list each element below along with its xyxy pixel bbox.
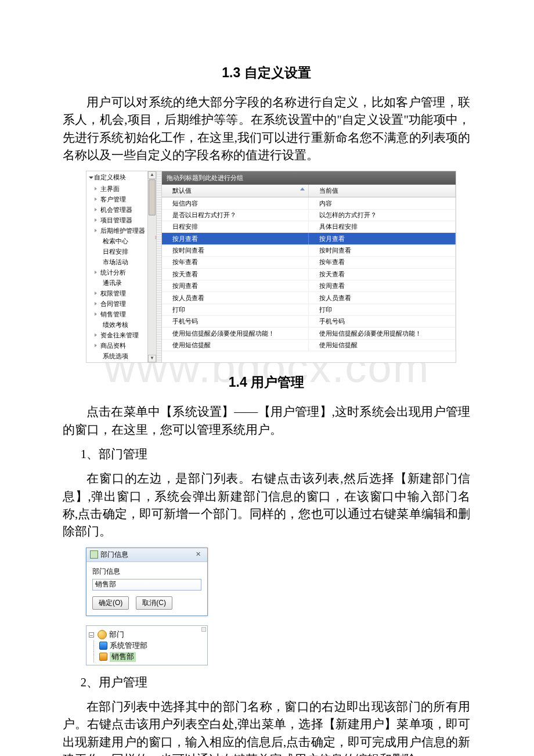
tree-node-sys[interactable]: 系统管理部 [89, 640, 205, 651]
tree-item[interactable]: 检索中心 [86, 236, 156, 246]
module-tree[interactable]: 自定义模块 主界面客户管理机会管理器项目管理器后期维护管理器检索中心日程安排市场… [86, 171, 157, 362]
grid-group-bar[interactable]: 拖动列标题到此处进行分组 [162, 171, 456, 185]
tree-item[interactable]: 日程安排 [86, 246, 156, 257]
tree-item[interactable]: 资金往来管理 [86, 330, 156, 340]
column-default-value[interactable]: 默认值 [162, 185, 309, 197]
cell-default: 是否以日程方式打开？ [162, 210, 309, 221]
cell-current: 具体日程安排 [309, 221, 456, 232]
para-1-4a: 点击在菜单中【系统设置】——【用户管理】,这时系统会出现用户管理的窗口，在这里，… [63, 403, 470, 438]
tree-item[interactable]: 绩效考核 [86, 319, 156, 330]
column-header-label: 默认值 [172, 187, 192, 194]
tree-item[interactable]: 合同管理 [86, 298, 156, 309]
dept-dialog-figure: 部门信息 ✕ 部门信息 确定(O) 取消(C) – 部门 [86, 548, 208, 665]
table-row[interactable]: 按周查看按周查看 [162, 280, 456, 292]
table-row[interactable]: 按人员查看按人员查看 [162, 292, 456, 304]
tree-item[interactable]: 客户管理 [86, 194, 156, 204]
table-row[interactable]: 使用短信提醒必须要使用提醒功能！使用短信提醒必须要使用提醒功能！ [162, 327, 456, 339]
fields-grid: 拖动列标题到此处进行分组 默认值 当前值 短信内容内容是否以日程方式打开？以怎样… [162, 171, 456, 362]
cell-current: 打印 [309, 304, 456, 315]
custom-module-panel: 自定义模块 主界面客户管理机会管理器项目管理器后期维护管理器检索中心日程安排市场… [86, 171, 456, 363]
cell-default: I按月查看 [162, 233, 309, 244]
tree-root-text: 部门 [109, 630, 124, 640]
cell-current: 内容 [309, 197, 456, 208]
table-row[interactable]: 日程安排具体日程安排 [162, 221, 456, 233]
column-current-value[interactable]: 当前值 [309, 185, 456, 197]
heading-1-4: 1.4 用户管理 [63, 373, 470, 391]
cell-default: 短信内容 [162, 197, 309, 208]
para-user-mgmt: 在部门列表中选择其中的部门名称，窗口的右边即出现该部门的所有用户。右键点击该用户… [63, 698, 470, 756]
tree-root-node[interactable]: – 部门 [89, 629, 205, 640]
tree-item[interactable]: 统计分析 [86, 267, 156, 278]
dept-name-input[interactable] [92, 579, 201, 591]
collapse-icon[interactable]: – [89, 632, 94, 638]
tree-item[interactable]: 项目管理器 [86, 215, 156, 225]
dialog-title-text: 部门信息 [100, 550, 128, 560]
dialog-titlebar[interactable]: 部门信息 ✕ [86, 548, 207, 562]
table-row[interactable]: 短信内容内容 [162, 197, 456, 209]
cell-default: 按周查看 [162, 280, 309, 291]
tree-item[interactable]: 权限管理 [86, 288, 156, 298]
grid-header-row: 默认值 当前值 [162, 185, 456, 197]
cell-current: 按人员查看 [309, 292, 456, 303]
table-row[interactable]: 按时间查看按时间查看 [162, 245, 456, 257]
cell-default: 使用短信提醒必须要使用提醒功能！ [162, 327, 309, 339]
dept-dialog: 部门信息 ✕ 部门信息 确定(O) 取消(C) [86, 548, 208, 616]
page: 1.3 自定义设置 用户可以对系统的绝大部分字段的名称进行自定义，比如客户管理，… [0, 0, 534, 756]
cell-default: 按时间查看 [162, 245, 309, 256]
tree-item[interactable]: 机会管理器 [86, 204, 156, 215]
close-icon[interactable]: ✕ [192, 550, 204, 559]
list-item-user: 2、用户管理 [63, 674, 470, 691]
tree-item[interactable]: 市场活动 [86, 257, 156, 267]
table-row[interactable]: 打印打印 [162, 304, 456, 316]
ok-button[interactable]: 确定(O) [92, 596, 129, 610]
scroll-down-arrow-icon[interactable]: ▼ [148, 355, 156, 362]
scroll-up-arrow-icon[interactable]: ▲ [148, 171, 156, 179]
tree-item[interactable]: 系统选项 [86, 351, 156, 361]
cell-default: 使用短信提醒 [162, 340, 309, 351]
tree-root-label[interactable]: 自定义模块 [86, 171, 156, 183]
splitter[interactable] [157, 171, 162, 362]
tree-item[interactable]: 商品资料 [86, 340, 156, 351]
table-row[interactable]: 是否以日程方式打开？以怎样的方式打开？ [162, 210, 456, 221]
column-header-label: 当前值 [319, 187, 338, 194]
edit-indicator-icon: I [155, 235, 161, 242]
tree-corner-icon [201, 627, 206, 632]
cell-default: 手机号码 [162, 316, 309, 327]
tree-scrollbar[interactable]: ▲ ▼ [147, 171, 156, 362]
cell-default: 按人员查看 [162, 292, 309, 303]
tree-node-sales[interactable]: 销售部 [89, 651, 205, 663]
tree-item[interactable]: 销售管理 [86, 309, 156, 319]
table-row[interactable]: 按天查看按天查看 [162, 269, 456, 280]
cell-default: 日程安排 [162, 221, 309, 232]
user-orange-icon [99, 653, 107, 661]
tree-node-label-selected: 销售部 [110, 652, 136, 662]
table-row[interactable]: 按年查看按年查看 [162, 257, 456, 268]
cell-current: 使用短信提醒 [309, 340, 456, 351]
user-blue-icon [99, 642, 107, 650]
tree-item[interactable]: 后期维护管理器 [86, 225, 156, 236]
cell-current: 以怎样的方式打开？ [309, 210, 456, 221]
dept-name-label: 部门信息 [92, 567, 201, 577]
cell-current: 按周查看 [309, 280, 456, 291]
globe-icon [98, 630, 107, 639]
dialog-app-icon [90, 550, 98, 559]
table-row[interactable]: 使用短信提醒使用短信提醒 [162, 340, 456, 351]
cell-default: 打印 [162, 304, 309, 315]
tree-item[interactable]: 通讯录 [86, 278, 156, 288]
tree-item[interactable]: 主界面 [86, 183, 156, 194]
scroll-thumb[interactable] [149, 179, 156, 215]
list-item-dept: 1、部门管理 [63, 445, 470, 463]
cell-current: 按年查看 [309, 257, 456, 268]
cell-current: 按时间查看 [309, 245, 456, 256]
tree-node-label: 系统管理部 [110, 641, 147, 651]
table-row[interactable]: I按月查看按月查看 [162, 233, 456, 244]
cancel-button[interactable]: 取消(C) [136, 596, 172, 610]
cell-current: 按月查看 [309, 233, 456, 244]
cell-current: 按天查看 [309, 269, 456, 280]
para-1-3: 用户可以对系统的绝大部分字段的名称进行自定义，比如客户管理，联系人，机会,项目，… [63, 93, 470, 164]
cell-default: 按年查看 [162, 257, 309, 268]
dept-tree[interactable]: – 部门 系统管理部 销售部 [86, 625, 208, 665]
table-row[interactable]: 手机号码手机号码 [162, 316, 456, 327]
para-1-4b: 在窗口的左边，是部门列表。右键点击该列表,然后选择【新建部门信息】,弹出窗口，系… [63, 470, 470, 540]
cell-current: 手机号码 [309, 316, 456, 327]
